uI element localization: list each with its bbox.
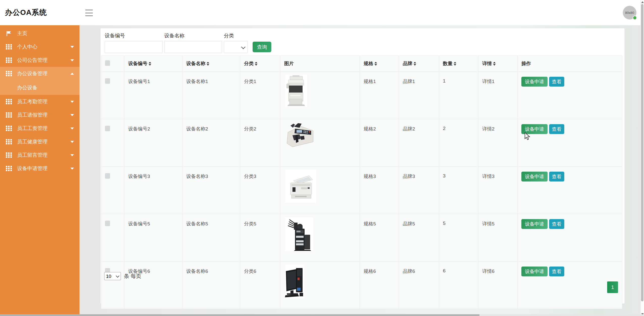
search-field-category: 分类 <box>224 32 248 53</box>
column-header-8[interactable]: 详情 <box>478 56 518 72</box>
app-title: 办公OA系统 <box>5 0 47 25</box>
header-checkbox-cell <box>101 56 124 72</box>
search-button[interactable]: 查询 <box>253 42 271 52</box>
row-checkbox[interactable] <box>105 126 110 131</box>
grid-icon <box>6 99 12 104</box>
device-apply-button[interactable]: 设备申请 <box>521 267 548 276</box>
top-bar: 办公OA系统 80x80 <box>0 0 644 25</box>
table-header-row: 设备编号设备名称分类图片规格品牌数量详情操作 <box>101 56 622 72</box>
cell-device-code: 设备编号1 <box>124 72 182 119</box>
column-header-4: 图片 <box>280 56 360 72</box>
row-checkbox[interactable] <box>105 78 110 84</box>
sidebar-item-7[interactable]: 员工健康管理 <box>0 135 79 148</box>
view-button[interactable]: 查看 <box>549 124 564 134</box>
chevron-down-icon <box>70 114 74 116</box>
sidebar-item-label: 员工健康管理 <box>17 138 47 145</box>
table-row: 设备编号5设备名称5分类5规格5品牌55详情5设备申请查看 <box>101 214 622 261</box>
page-size-select[interactable]: 10 <box>104 272 121 280</box>
cash-counter-photo <box>285 122 315 150</box>
sidebar-item-2[interactable]: 公司公告管理 <box>0 54 79 67</box>
sort-arrows-icon[interactable] <box>493 62 496 66</box>
column-header-7[interactable]: 数量 <box>439 56 478 72</box>
row-checkbox[interactable] <box>105 221 110 226</box>
sidebar-item-9[interactable]: 设备申请管理 <box>0 162 79 175</box>
row-checkbox-cell <box>101 214 124 261</box>
column-header-5[interactable]: 规格 <box>360 56 399 72</box>
sort-arrows-icon[interactable] <box>414 62 416 66</box>
vertical-scrollbar[interactable] <box>640 0 644 316</box>
sort-arrows-icon[interactable] <box>454 62 456 66</box>
black-copier-photo <box>285 217 313 253</box>
sort-arrows-icon[interactable] <box>374 62 377 66</box>
sidebar-item-5[interactable]: 员工请假管理 <box>0 108 79 122</box>
column-header-2[interactable]: 设备名称 <box>182 56 240 72</box>
action-buttons: 设备申请查看 <box>521 172 620 181</box>
search-label-category: 分类 <box>224 32 248 39</box>
device-apply-button[interactable]: 设备申请 <box>521 124 548 134</box>
hamburger-icon[interactable] <box>85 9 93 17</box>
flag-icon <box>6 31 12 36</box>
horizontal-scrollbar[interactable] <box>0 314 644 316</box>
sidebar-item-label: 员工考勤管理 <box>17 98 47 105</box>
cell-device-quantity: 3 <box>439 167 478 214</box>
cell-device-brand: 品牌1 <box>399 72 439 119</box>
sidebar-item-4[interactable]: 员工考勤管理 <box>0 95 79 108</box>
sidebar-item-8[interactable]: 员工留言管理 <box>0 148 79 162</box>
sort-arrows-icon[interactable] <box>149 62 151 66</box>
cell-device-image <box>280 261 360 309</box>
page-size-label: 条 每页 <box>124 273 141 280</box>
device-apply-button[interactable]: 设备申请 <box>521 77 548 87</box>
device-code-input[interactable] <box>105 41 163 53</box>
sidebar-item-1[interactable]: 个人中心 <box>0 40 79 54</box>
grid-icon <box>6 58 12 63</box>
sidebar-item-label: 员工工资管理 <box>17 125 47 132</box>
view-button[interactable]: 查看 <box>549 267 564 276</box>
cell-device-code: 设备编号6 <box>124 261 182 309</box>
page-number-button[interactable]: 1 <box>607 281 618 293</box>
sidebar-subitem-active[interactable]: 办公设备 <box>0 80 79 95</box>
vertical-scroll-thumb[interactable] <box>641 4 643 301</box>
main-content: 设备编号设备名称分类查询 设备编号设备名称分类图片规格品牌数量详情操作 设备编号… <box>79 25 641 314</box>
column-header-label: 规格 <box>364 61 373 66</box>
chevron-down-icon <box>70 127 74 129</box>
cell-actions: 设备申请查看 <box>518 214 622 261</box>
sidebar-item-label: 个人中心 <box>17 43 37 50</box>
device-apply-button[interactable]: 设备申请 <box>521 172 548 181</box>
category-select[interactable] <box>224 41 248 53</box>
cell-device-image <box>280 72 360 119</box>
row-checkbox-cell <box>101 119 124 167</box>
view-button[interactable]: 查看 <box>549 219 564 229</box>
compact-printer-photo <box>285 170 316 204</box>
cell-device-quantity: 5 <box>439 214 478 261</box>
cell-device-category: 分类5 <box>240 214 280 261</box>
cell-device-image <box>280 167 360 214</box>
cell-device-detail: 详情1 <box>478 72 518 119</box>
chevron-down-icon <box>70 141 74 143</box>
select-all-checkbox[interactable] <box>105 60 110 66</box>
grid-icon <box>6 152 12 158</box>
sidebar-item-6[interactable]: 员工工资管理 <box>0 122 79 135</box>
column-header-6[interactable]: 品牌 <box>399 56 439 72</box>
sort-arrows-icon[interactable] <box>207 62 209 66</box>
sidebar-item-0[interactable]: 主页 <box>0 27 79 40</box>
device-name-input[interactable] <box>164 41 222 53</box>
sidebar-item-3[interactable]: 办公设备管理 <box>0 67 79 80</box>
sidebar-item-label: 办公设备管理 <box>17 70 47 77</box>
view-button[interactable]: 查看 <box>549 172 564 181</box>
sidebar-item-label: 公司公告管理 <box>17 57 47 64</box>
device-apply-button[interactable]: 设备申请 <box>521 219 548 229</box>
horizontal-scroll-thumb[interactable] <box>0 314 479 316</box>
sidebar: 主页个人中心公司公告管理办公设备管理办公设备员工考勤管理员工请假管理员工工资管理… <box>0 25 79 314</box>
scroll-up-icon[interactable] <box>641 1 644 3</box>
cell-device-image <box>280 214 360 261</box>
grid-icon <box>6 112 12 118</box>
column-header-1[interactable]: 设备编号 <box>124 56 182 72</box>
column-header-3[interactable]: 分类 <box>240 56 280 72</box>
view-button[interactable]: 查看 <box>549 77 564 87</box>
action-buttons: 设备申请查看 <box>521 77 620 87</box>
cell-actions: 设备申请查看 <box>518 119 622 167</box>
cell-device-brand: 品牌2 <box>399 119 439 167</box>
page-size-control: 10 条 每页 <box>104 272 141 280</box>
row-checkbox[interactable] <box>105 173 110 179</box>
sort-arrows-icon[interactable] <box>255 62 257 66</box>
